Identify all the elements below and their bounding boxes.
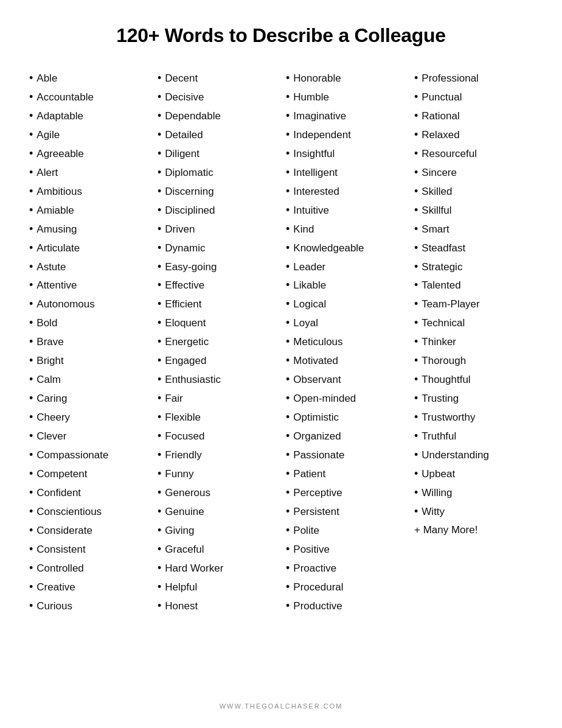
list-item: Amiable <box>29 201 148 220</box>
list-item: Likable <box>286 276 404 295</box>
list-item: Discerning <box>158 182 276 201</box>
list-item: Organized <box>286 427 404 446</box>
list-item: Engaged <box>158 351 276 370</box>
list-item: Strategic <box>414 257 533 276</box>
list-item: Caring <box>29 389 148 408</box>
list-item: Understanding <box>414 446 533 464</box>
list-item: Truthful <box>414 427 533 446</box>
list-item: Calm <box>29 370 148 389</box>
list-item: Genuine <box>158 502 276 521</box>
list-item: Team-Player <box>414 295 533 313</box>
list-item: Efficient <box>158 295 276 313</box>
list-item: Skilled <box>414 182 533 201</box>
list-item: Humble <box>286 88 404 107</box>
list-item: Agile <box>29 125 148 144</box>
list-item: Accountable <box>29 88 148 107</box>
list-item: Clever <box>29 427 148 446</box>
list-item: Leader <box>286 257 404 276</box>
list-item: Bright <box>29 351 148 370</box>
list-item: Controlled <box>29 559 148 578</box>
list-item: Adaptable <box>29 107 148 125</box>
list-item: Trustworthy <box>414 408 533 427</box>
list-item: Diplomatic <box>158 163 276 182</box>
list-item: Alert <box>29 163 148 182</box>
list-item: Intelligent <box>286 163 404 182</box>
list-item: Curious <box>29 597 148 615</box>
list-item: Thorough <box>414 351 533 370</box>
list-item: Proactive <box>286 559 404 578</box>
list-item: Competent <box>29 464 148 483</box>
list-item: Autonomous <box>29 295 148 313</box>
list-item: Independent <box>286 125 404 144</box>
list-item: Loyal <box>286 313 404 332</box>
list-item: Astute <box>29 257 148 276</box>
list-item: Polite <box>286 521 404 540</box>
list-item: Kind <box>286 220 404 239</box>
list-item: Generous <box>158 483 276 502</box>
list-item: Observant <box>286 370 404 389</box>
list-item: Creative <box>29 578 148 597</box>
list-item: Honorable <box>286 69 404 88</box>
list-item: Interested <box>286 182 404 201</box>
list-item: Focused <box>158 427 276 446</box>
list-item: Intuitive <box>286 201 404 220</box>
column-3: HonorableHumbleImaginativeIndependentIns… <box>281 69 409 615</box>
list-item: Attentive <box>29 276 148 295</box>
list-item: Thoughtful <box>414 370 533 389</box>
list-item: Willing <box>414 483 533 502</box>
list-item: Procedural <box>286 578 404 597</box>
list-item: Talented <box>414 276 533 295</box>
column-4: ProfessionalPunctualRationalRelaxedResou… <box>409 69 538 615</box>
list-item: Knowledgeable <box>286 239 404 257</box>
list-item: Perceptive <box>286 483 404 502</box>
list-item: Bold <box>29 313 148 332</box>
list-item: Rational <box>414 107 533 125</box>
list-item: Friendly <box>158 446 276 464</box>
list-item: Graceful <box>158 540 276 559</box>
list-item: Helpful <box>158 578 276 597</box>
list-item: Compassionate <box>29 446 148 464</box>
list-item: Positive <box>286 540 404 559</box>
list-item: Eloquent <box>158 313 276 332</box>
list-item: Hard Worker <box>158 559 276 578</box>
list-item: Amusing <box>29 220 148 239</box>
list-item: Resourceful <box>414 144 533 163</box>
list-item: Open-minded <box>286 389 404 408</box>
list-item: Skillful <box>414 201 533 220</box>
list-item: Passionate <box>286 446 404 464</box>
list-item: Diligent <box>158 144 276 163</box>
list-item: Meticulous <box>286 332 404 351</box>
list-item: Easy-going <box>158 257 276 276</box>
list-item: Enthusiastic <box>158 370 276 389</box>
list-item: Confident <box>29 483 148 502</box>
list-item: Conscientious <box>29 502 148 521</box>
list-item: Disciplined <box>158 201 276 220</box>
list-item: Agreeable <box>29 144 148 163</box>
list-item: Honest <box>158 597 276 615</box>
list-item: Steadfast <box>414 239 533 257</box>
list-item: Brave <box>29 332 148 351</box>
plus-more-label: + Many More! <box>414 521 533 539</box>
footer-url: WWW.THEGOALCHASER.COM <box>220 684 343 710</box>
list-item: Insightful <box>286 144 404 163</box>
list-item: Productive <box>286 597 404 615</box>
list-item: Upbeat <box>414 464 533 483</box>
list-item: Imaginative <box>286 107 404 125</box>
list-item: Detailed <box>158 125 276 144</box>
list-item: Cheery <box>29 408 148 427</box>
list-item: Driven <box>158 220 276 239</box>
list-item: Sincere <box>414 163 533 182</box>
list-item: Dependable <box>158 107 276 125</box>
list-item: Trusting <box>414 389 533 408</box>
list-item: Decent <box>158 69 276 88</box>
column-1: AbleAccountableAdaptableAgileAgreeableAl… <box>24 69 153 615</box>
list-item: Patient <box>286 464 404 483</box>
list-item: Flexible <box>158 408 276 427</box>
list-item: Consistent <box>29 540 148 559</box>
list-item: Decisive <box>158 88 276 107</box>
list-item: Thinker <box>414 332 533 351</box>
list-item: Effective <box>158 276 276 295</box>
list-item: Able <box>29 69 148 88</box>
list-item: Professional <box>414 69 533 88</box>
list-item: Dynamic <box>158 239 276 257</box>
